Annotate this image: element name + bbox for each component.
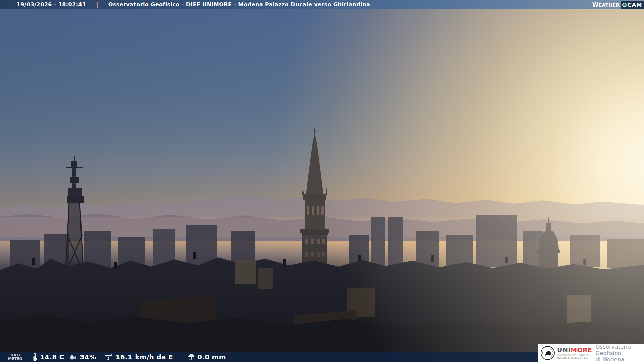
- header-bar: 19/03/2026 - 18:02:41 | Osservatorio Geo…: [0, 0, 644, 9]
- weathercam-word: WEATHER: [592, 1, 620, 8]
- unimore-seal-icon: [540, 346, 555, 360]
- humidity-value: 34%: [80, 353, 96, 361]
- wind-reading: 16.1 km/h da E: [104, 353, 173, 361]
- temperature-reading: 14.8 C: [31, 353, 64, 361]
- weathercam-cam-block: CAM: [621, 1, 644, 9]
- webcam-view: 19/03/2026 - 18:02:41 | Osservatorio Geo…: [0, 0, 644, 362]
- umbrella-icon: [187, 353, 195, 361]
- humidity-drops-icon: [69, 353, 78, 361]
- thermometer-icon: [31, 353, 38, 361]
- observatory-name: Osservatorio Geofisico di Modena: [596, 344, 644, 362]
- city-skyline: [0, 0, 644, 362]
- humidity-reading: 34%: [69, 353, 96, 361]
- temperature-value: 14.8 C: [40, 353, 64, 361]
- unimore-wordmark: UNIMORE UNIVERSITÀ DEGLI STUDI DI MODENA…: [557, 347, 592, 359]
- camera-lens-icon: [622, 3, 627, 7]
- unimore-brand-box: UNIMORE UNIVERSITÀ DEGLI STUDI DI MODENA…: [538, 344, 644, 362]
- weathercam-logo: WEATHER CAM: [592, 0, 644, 9]
- camera-title: Osservatorio Geofisico - DIEF UNIMORE - …: [108, 1, 370, 8]
- timestamp: 19/03/2026 - 18:02:41: [17, 1, 86, 8]
- title-separator: |: [96, 1, 98, 8]
- wind-value: 16.1 km/h da E: [115, 353, 173, 361]
- weather-data-label: DATI METEO: [8, 353, 22, 361]
- unimore-subtitle: UNIVERSITÀ DEGLI STUDI DI MODENA E REGGI…: [557, 354, 592, 359]
- rain-value: 0.0 mm: [197, 353, 226, 361]
- rain-reading: 0.0 mm: [187, 353, 226, 361]
- wind-vane-icon: [104, 353, 113, 361]
